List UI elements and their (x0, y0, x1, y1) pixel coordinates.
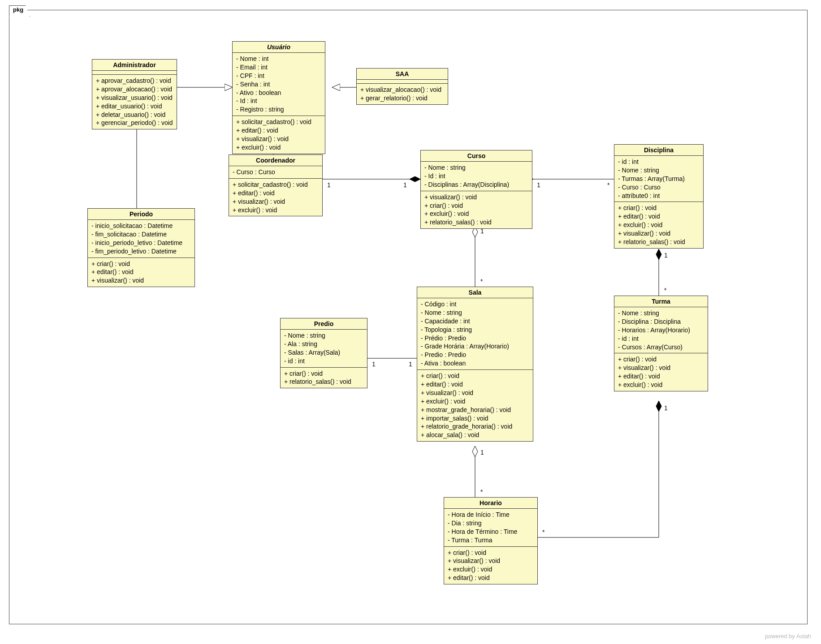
class-attrs: - Nome : string - Disciplina : Disciplin… (614, 307, 708, 353)
class-title: Turma (614, 296, 708, 307)
class-coordenador[interactable]: Coordenador - Curso : Curso + solicitar_… (229, 155, 323, 216)
class-ops: + criar() : void + relatorio_salas() : v… (281, 368, 367, 388)
mult-label: * (480, 278, 483, 285)
class-title: Sala (417, 287, 533, 298)
class-ops: + criar() : void + visualizar() : void +… (614, 353, 708, 391)
class-attrs (92, 71, 177, 75)
class-ops: + solicitar_cadastro() : void + editar()… (233, 116, 325, 154)
class-ops: + criar() : void + editar() : void + exc… (614, 202, 703, 248)
class-title: Curso (421, 150, 532, 162)
mult-label: 1 (480, 228, 484, 235)
class-ops: + solicitar_cadastro() : void + editar()… (229, 179, 322, 216)
class-title: Predio (281, 318, 367, 330)
class-horario[interactable]: Horario - Hora de Início : Time - Dia : … (444, 497, 538, 584)
class-attrs: - Hora de Início : Time - Dia : string -… (444, 509, 537, 547)
class-attrs: - Código : int - Nome : string - Capacid… (417, 298, 533, 370)
mult-label: 1 (664, 252, 668, 259)
mult-label: 1 (537, 181, 540, 189)
class-ops: + criar() : void + visualizar() : void +… (444, 547, 537, 584)
class-title: Disciplina (614, 145, 703, 156)
class-attrs: - Nome : int - Email : int - CPF : int -… (233, 53, 325, 116)
footer-attribution: powered by Astah (765, 633, 811, 640)
mult-label: * (480, 488, 483, 495)
class-title: SAA (357, 69, 448, 80)
mult-label: 1 (372, 361, 376, 368)
class-saa[interactable]: SAA + visualizar_alocacao() : void + ger… (356, 68, 448, 105)
class-attrs: - id : int - Nome : string - Turmas : Ar… (614, 156, 703, 202)
class-attrs: - inicio_solicitacao : Datetime - fim_so… (88, 220, 194, 258)
class-attrs: - Curso : Curso (229, 166, 322, 179)
mult-label: * (607, 181, 609, 189)
mult-label: 1 (403, 181, 407, 189)
class-title: Horario (444, 498, 537, 509)
mult-label: 1 (327, 181, 331, 189)
mult-label: * (664, 287, 666, 294)
class-title: Administrador (92, 60, 177, 71)
class-attrs (357, 80, 448, 84)
class-administrador[interactable]: Administrador + aprovar_cadastro() : voi… (92, 59, 177, 129)
class-ops: + aprovar_cadastro() : void + aprovar_al… (92, 75, 177, 129)
class-periodo[interactable]: Periodo - inicio_solicitacao : Datetime … (87, 208, 195, 287)
class-sala[interactable]: Sala - Código : int - Nome : string - Ca… (417, 287, 533, 442)
mult-label: 1 (664, 404, 668, 412)
class-title: Coordenador (229, 155, 322, 166)
class-title: Periodo (88, 209, 194, 220)
class-ops: + criar() : void + editar() : void + vis… (88, 258, 194, 287)
class-title: Usuário (233, 42, 325, 53)
class-predio[interactable]: Predio - Nome : string - Ala : string - … (280, 318, 367, 388)
class-turma[interactable]: Turma - Nome : string - Disciplina : Dis… (614, 296, 708, 391)
class-ops: + criar() : void + editar() : void + vis… (417, 370, 533, 441)
class-curso[interactable]: Curso - Nome : string - Id : int - Disci… (420, 150, 532, 229)
mult-label: 1 (480, 449, 484, 456)
class-attrs: - Nome : string - Ala : string - Salas :… (281, 330, 367, 368)
class-attrs: - Nome : string - Id : int - Disciplinas… (421, 162, 532, 191)
diagram-canvas: pkg (0, 0, 821, 644)
class-usuario[interactable]: Usuário - Nome : int - Email : int - CPF… (232, 41, 325, 154)
mult-label: * (542, 528, 544, 536)
mult-label: 1 (409, 361, 412, 368)
class-disciplina[interactable]: Disciplina - id : int - Nome : string - … (614, 144, 704, 249)
package-tab: pkg (9, 5, 30, 17)
class-ops: + visualizar() : void + criar() : void +… (421, 191, 532, 229)
class-ops: + visualizar_alocacao() : void + gerar_r… (357, 84, 448, 104)
